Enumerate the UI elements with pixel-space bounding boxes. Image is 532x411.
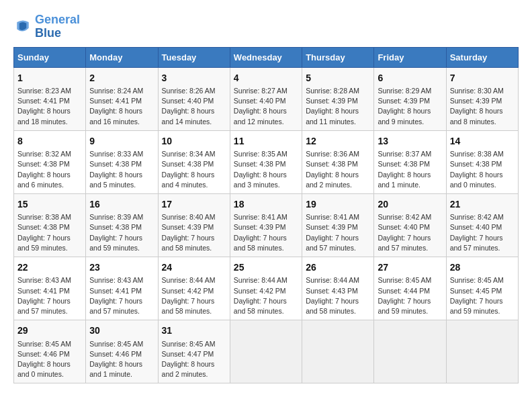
logo: General Blue xyxy=(13,13,80,40)
calendar-cell: 8Sunrise: 8:32 AMSunset: 4:38 PMDaylight… xyxy=(14,130,86,193)
calendar-cell: 25Sunrise: 8:44 AMSunset: 4:42 PMDayligh… xyxy=(230,257,302,320)
day-number: 10 xyxy=(162,134,226,148)
day-number: 15 xyxy=(17,197,82,211)
day-number: 26 xyxy=(306,261,370,274)
day-number: 25 xyxy=(234,261,298,274)
day-number: 14 xyxy=(450,134,515,148)
day-info: Sunrise: 8:40 AMSunset: 4:39 PMDaylight:… xyxy=(162,212,226,253)
day-number: 7 xyxy=(450,71,515,85)
day-number: 5 xyxy=(306,71,370,85)
calendar-cell: 15Sunrise: 8:38 AMSunset: 4:38 PMDayligh… xyxy=(14,193,86,257)
calendar-cell: 1Sunrise: 8:23 AMSunset: 4:41 PMDaylight… xyxy=(14,67,86,130)
day-info: Sunrise: 8:42 AMSunset: 4:40 PMDaylight:… xyxy=(450,212,515,253)
day-number: 1 xyxy=(17,71,82,85)
weekday-header-thursday: Thursday xyxy=(302,47,374,67)
day-info: Sunrise: 8:35 AMSunset: 4:38 PMDaylight:… xyxy=(234,149,298,190)
day-info: Sunrise: 8:27 AMSunset: 4:40 PMDaylight:… xyxy=(234,86,298,127)
calendar-cell: 19Sunrise: 8:41 AMSunset: 4:39 PMDayligh… xyxy=(302,193,374,257)
calendar-cell: 27Sunrise: 8:45 AMSunset: 4:44 PMDayligh… xyxy=(374,257,446,320)
calendar-cell: 26Sunrise: 8:44 AMSunset: 4:43 PMDayligh… xyxy=(302,257,374,320)
calendar-cell: 3Sunrise: 8:26 AMSunset: 4:40 PMDaylight… xyxy=(158,67,230,130)
day-info: Sunrise: 8:28 AMSunset: 4:39 PMDaylight:… xyxy=(306,86,370,127)
page-header: General Blue xyxy=(13,13,519,40)
day-number: 30 xyxy=(89,324,154,337)
calendar-cell: 6Sunrise: 8:29 AMSunset: 4:39 PMDaylight… xyxy=(374,67,446,130)
calendar-cell: 11Sunrise: 8:35 AMSunset: 4:38 PMDayligh… xyxy=(230,130,302,193)
calendar-cell: 9Sunrise: 8:33 AMSunset: 4:38 PMDaylight… xyxy=(86,130,158,193)
day-info: Sunrise: 8:45 AMSunset: 4:46 PMDaylight:… xyxy=(89,339,154,380)
calendar-cell: 20Sunrise: 8:42 AMSunset: 4:40 PMDayligh… xyxy=(374,193,446,257)
day-number: 21 xyxy=(450,197,515,211)
day-number: 9 xyxy=(89,134,154,148)
calendar-cell: 14Sunrise: 8:38 AMSunset: 4:38 PMDayligh… xyxy=(446,130,518,193)
day-info: Sunrise: 8:43 AMSunset: 4:41 PMDaylight:… xyxy=(89,275,154,316)
calendar-cell: 24Sunrise: 8:44 AMSunset: 4:42 PMDayligh… xyxy=(158,257,230,320)
logo-text: General Blue xyxy=(35,13,80,40)
day-number: 24 xyxy=(162,261,226,274)
day-number: 12 xyxy=(306,134,370,148)
calendar-cell: 13Sunrise: 8:37 AMSunset: 4:38 PMDayligh… xyxy=(374,130,446,193)
day-number: 20 xyxy=(378,197,442,211)
calendar-cell: 4Sunrise: 8:27 AMSunset: 4:40 PMDaylight… xyxy=(230,67,302,130)
day-number: 6 xyxy=(378,71,442,85)
day-info: Sunrise: 8:44 AMSunset: 4:42 PMDaylight:… xyxy=(234,275,298,316)
day-number: 22 xyxy=(17,261,82,274)
day-info: Sunrise: 8:39 AMSunset: 4:38 PMDaylight:… xyxy=(89,212,154,253)
calendar-cell xyxy=(374,320,446,383)
day-info: Sunrise: 8:30 AMSunset: 4:39 PMDaylight:… xyxy=(450,86,515,127)
day-number: 8 xyxy=(17,134,82,148)
day-number: 19 xyxy=(306,197,370,211)
day-info: Sunrise: 8:45 AMSunset: 4:47 PMDaylight:… xyxy=(162,339,226,380)
calendar-cell xyxy=(302,320,374,383)
weekday-header-friday: Friday xyxy=(374,47,446,67)
day-number: 4 xyxy=(234,71,298,85)
calendar-table: SundayMondayTuesdayWednesdayThursdayFrid… xyxy=(13,47,519,384)
day-info: Sunrise: 8:36 AMSunset: 4:38 PMDaylight:… xyxy=(306,149,370,190)
day-info: Sunrise: 8:43 AMSunset: 4:41 PMDaylight:… xyxy=(17,275,82,316)
weekday-header-wednesday: Wednesday xyxy=(230,47,302,67)
calendar-cell: 17Sunrise: 8:40 AMSunset: 4:39 PMDayligh… xyxy=(158,193,230,257)
calendar-cell: 23Sunrise: 8:43 AMSunset: 4:41 PMDayligh… xyxy=(86,257,158,320)
day-number: 3 xyxy=(162,71,226,85)
day-info: Sunrise: 8:44 AMSunset: 4:42 PMDaylight:… xyxy=(162,275,226,316)
day-number: 18 xyxy=(234,197,298,211)
calendar-cell: 30Sunrise: 8:45 AMSunset: 4:46 PMDayligh… xyxy=(86,320,158,383)
calendar-cell: 22Sunrise: 8:43 AMSunset: 4:41 PMDayligh… xyxy=(14,257,86,320)
day-info: Sunrise: 8:38 AMSunset: 4:38 PMDaylight:… xyxy=(17,212,82,253)
calendar-cell: 10Sunrise: 8:34 AMSunset: 4:38 PMDayligh… xyxy=(158,130,230,193)
day-info: Sunrise: 8:45 AMSunset: 4:45 PMDaylight:… xyxy=(450,275,515,316)
calendar-cell: 12Sunrise: 8:36 AMSunset: 4:38 PMDayligh… xyxy=(302,130,374,193)
day-info: Sunrise: 8:24 AMSunset: 4:41 PMDaylight:… xyxy=(89,86,154,127)
weekday-header-sunday: Sunday xyxy=(14,47,86,67)
day-info: Sunrise: 8:23 AMSunset: 4:41 PMDaylight:… xyxy=(17,86,82,127)
calendar-cell: 7Sunrise: 8:30 AMSunset: 4:39 PMDaylight… xyxy=(446,67,518,130)
calendar-cell: 21Sunrise: 8:42 AMSunset: 4:40 PMDayligh… xyxy=(446,193,518,257)
day-info: Sunrise: 8:32 AMSunset: 4:38 PMDaylight:… xyxy=(17,149,82,190)
day-info: Sunrise: 8:41 AMSunset: 4:39 PMDaylight:… xyxy=(234,212,298,253)
weekday-header-saturday: Saturday xyxy=(446,47,518,67)
calendar-cell: 2Sunrise: 8:24 AMSunset: 4:41 PMDaylight… xyxy=(86,67,158,130)
day-number: 16 xyxy=(89,197,154,211)
day-info: Sunrise: 8:33 AMSunset: 4:38 PMDaylight:… xyxy=(89,149,154,190)
day-number: 17 xyxy=(162,197,226,211)
calendar-cell xyxy=(446,320,518,383)
weekday-header-monday: Monday xyxy=(86,47,158,67)
day-number: 28 xyxy=(450,261,515,274)
day-info: Sunrise: 8:26 AMSunset: 4:40 PMDaylight:… xyxy=(162,86,226,127)
day-number: 23 xyxy=(89,261,154,274)
calendar-cell: 5Sunrise: 8:28 AMSunset: 4:39 PMDaylight… xyxy=(302,67,374,130)
day-info: Sunrise: 8:38 AMSunset: 4:38 PMDaylight:… xyxy=(450,149,515,190)
calendar-cell: 18Sunrise: 8:41 AMSunset: 4:39 PMDayligh… xyxy=(230,193,302,257)
weekday-header-tuesday: Tuesday xyxy=(158,47,230,67)
day-number: 29 xyxy=(17,324,82,337)
day-info: Sunrise: 8:45 AMSunset: 4:44 PMDaylight:… xyxy=(378,275,442,316)
day-number: 11 xyxy=(234,134,298,148)
day-number: 13 xyxy=(378,134,442,148)
day-info: Sunrise: 8:34 AMSunset: 4:38 PMDaylight:… xyxy=(162,149,226,190)
calendar-cell: 28Sunrise: 8:45 AMSunset: 4:45 PMDayligh… xyxy=(446,257,518,320)
day-info: Sunrise: 8:29 AMSunset: 4:39 PMDaylight:… xyxy=(378,86,442,127)
day-info: Sunrise: 8:45 AMSunset: 4:46 PMDaylight:… xyxy=(17,339,82,380)
logo-icon xyxy=(13,17,32,36)
day-number: 27 xyxy=(378,261,442,274)
calendar-cell: 29Sunrise: 8:45 AMSunset: 4:46 PMDayligh… xyxy=(14,320,86,383)
